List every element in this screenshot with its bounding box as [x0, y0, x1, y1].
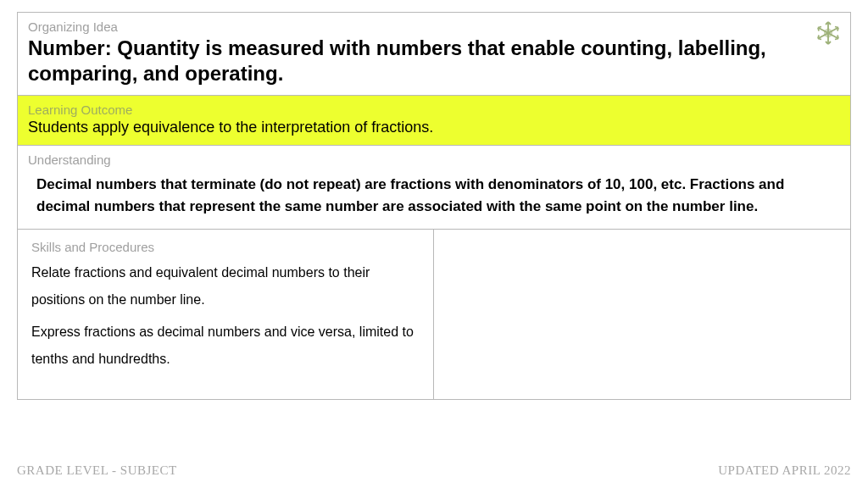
skills-label: Skills and Procedures — [31, 240, 420, 254]
organizing-idea-section: Organizing Idea Number: Quantity is meas… — [18, 13, 850, 96]
understanding-label: Understanding — [28, 152, 840, 167]
skills-column: Skills and Procedures Relate fractions a… — [18, 230, 434, 399]
organizing-idea-title: Number: Quantity is measured with number… — [28, 36, 808, 86]
learning-outcome-label: Learning Outcome — [28, 103, 840, 117]
empty-column — [434, 230, 850, 399]
understanding-section: Understanding Decimal numbers that termi… — [18, 146, 850, 230]
skills-item-2: Express fractions as decimal numbers and… — [31, 319, 420, 373]
svg-marker-3 — [824, 28, 832, 38]
skills-item-1: Relate fractions and equivalent decimal … — [31, 259, 420, 313]
footer-right: UPDATED APRIL 2022 — [718, 463, 851, 478]
footer-left: GRADE LEVEL - SUBJECT — [17, 463, 177, 478]
organizing-idea-label: Organizing Idea — [28, 19, 808, 34]
understanding-text: Decimal numbers that terminate (do not r… — [28, 169, 840, 220]
skills-row: Skills and Procedures Relate fractions a… — [18, 230, 850, 399]
learning-outcome-text: Students apply equivalence to the interp… — [28, 119, 840, 136]
snowflake-icon — [815, 19, 842, 50]
learning-outcome-section: Learning Outcome Students apply equivale… — [18, 96, 850, 146]
curriculum-table: Organizing Idea Number: Quantity is meas… — [17, 12, 851, 400]
footer: GRADE LEVEL - SUBJECT UPDATED APRIL 2022 — [17, 463, 851, 478]
